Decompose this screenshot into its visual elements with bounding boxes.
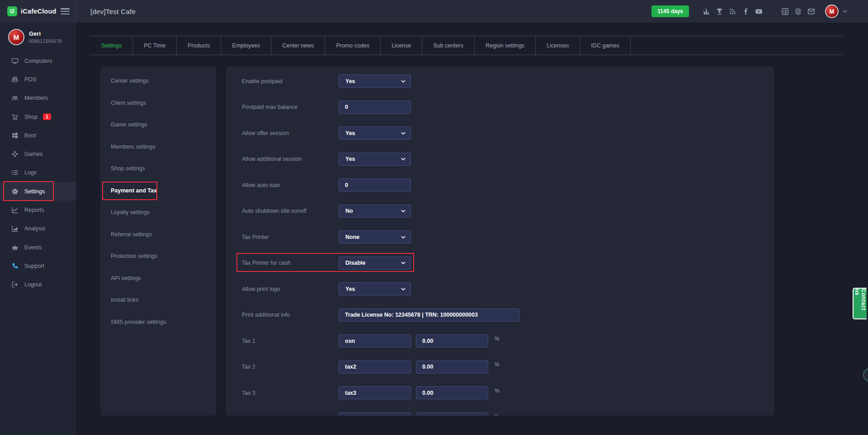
hamburger-menu-icon[interactable]	[61, 8, 70, 14]
days-remaining-badge[interactable]: 1145 days	[651, 5, 689, 17]
select-value: Yes	[345, 78, 355, 84]
icafecloud-icon[interactable]	[778, 5, 792, 17]
settings-menu-item[interactable]: SMS provider settings	[100, 311, 216, 333]
settings-menu-item[interactable]: Members settings	[100, 136, 216, 158]
rss-icon[interactable]	[726, 5, 739, 17]
settings-menu-item-label: Client settings	[111, 100, 146, 106]
select-field[interactable]: Yes	[339, 282, 411, 295]
settings-menu-item-label: Payment and Tax	[111, 187, 157, 194]
youtube-icon[interactable]	[752, 5, 765, 17]
percent-suffix: %	[495, 336, 500, 342]
chevron-down-icon	[401, 80, 406, 83]
settings-menu-item-label: Loyalty settings	[111, 209, 150, 215]
tab-bar: Settings PC Time Products Employees Cent…	[90, 36, 842, 55]
tab[interactable]: PC Time	[133, 36, 177, 55]
sidebar-item[interactable]: Events	[0, 238, 76, 257]
facebook-icon[interactable]	[739, 5, 752, 17]
sidebar: M Geri 008612345678 Computers POS Member…	[0, 23, 76, 435]
user-block[interactable]: M Geri 008612345678	[0, 23, 76, 51]
tax-rate-input[interactable]	[416, 412, 488, 416]
select-field[interactable]: No	[339, 205, 411, 218]
tax-rate-input[interactable]	[416, 360, 488, 374]
sidebar-item-label: POS	[24, 76, 36, 83]
mail-icon[interactable]	[805, 5, 818, 17]
settings-menu-item[interactable]: Protection settings	[100, 245, 216, 267]
form-row: Allow additional session Yes	[226, 146, 774, 173]
tab-label: IDC games	[591, 42, 619, 49]
settings-menu-item-label: Members settings	[111, 144, 156, 150]
select-field[interactable]: Yes	[339, 75, 411, 88]
settings-menu-item[interactable]: API settings	[100, 267, 216, 290]
sidebar-item[interactable]: Members	[0, 89, 76, 108]
tab[interactable]: Sub centers	[422, 36, 475, 55]
select-field[interactable]: Yes	[339, 126, 411, 140]
tab[interactable]: Settings	[90, 36, 133, 55]
tab[interactable]: Promo codes	[325, 36, 381, 55]
tab[interactable]: IDC games	[580, 36, 631, 55]
globe-icon[interactable]	[765, 5, 778, 17]
members-icon	[11, 94, 19, 102]
sidebar-item[interactable]: Reports	[0, 201, 76, 219]
sidebar-item[interactable]: Shop 1	[0, 108, 76, 126]
sidebar-item[interactable]: Analysis	[0, 220, 76, 238]
settings-menu-item[interactable]: Install links	[100, 289, 216, 311]
settings-menu-item[interactable]: Client settings	[100, 92, 216, 114]
tax-name-input[interactable]	[339, 386, 411, 399]
tax-rate-input[interactable]	[416, 334, 488, 347]
tab[interactable]: License	[381, 36, 422, 55]
chevron-down-icon[interactable]	[843, 10, 847, 13]
sidebar-item[interactable]: Logs	[0, 164, 76, 182]
select-field[interactable]: None	[339, 230, 411, 243]
chevron-down-icon	[401, 158, 406, 160]
text-input[interactable]	[339, 178, 411, 192]
sidebar-item[interactable]: Computers	[0, 51, 76, 70]
header-right: 1145 days M	[651, 5, 868, 18]
sidebar-item[interactable]: POS	[0, 70, 76, 89]
settings-menu-item[interactable]: Referral settings	[100, 224, 216, 246]
avatar[interactable]: M	[825, 5, 839, 18]
tax-name-input[interactable]	[339, 360, 411, 374]
tab[interactable]: Employees	[221, 36, 271, 55]
settings-menu-item[interactable]: Payment and Tax	[100, 180, 216, 202]
select-field[interactable]: Yes	[339, 153, 411, 166]
settings-menu-item-label: Install links	[111, 297, 138, 303]
user-name: Geri	[29, 30, 61, 37]
tab[interactable]: Region settings	[475, 36, 536, 55]
sidebar-item[interactable]: Settings	[0, 182, 76, 201]
layers-icon[interactable]	[792, 5, 805, 17]
select-value: No	[345, 208, 353, 214]
collapse-panel-button[interactable]	[863, 368, 868, 382]
sidebar-item-label: Settings	[24, 188, 45, 195]
logs-icon	[11, 169, 19, 177]
tax-rate-input[interactable]	[416, 386, 488, 399]
sidebar-item[interactable]: Games	[0, 145, 76, 163]
tab[interactable]: Products	[177, 36, 221, 55]
analysis-icon	[11, 225, 19, 233]
tab-label: License	[392, 42, 411, 49]
contact-us-button[interactable]: Contact us	[853, 288, 867, 319]
ranking-icon[interactable]	[700, 5, 713, 17]
text-input[interactable]	[339, 309, 519, 322]
sidebar-item[interactable]: Logout	[0, 276, 76, 294]
sidebar-item[interactable]: Boot	[0, 126, 76, 145]
tab[interactable]: Licenses	[536, 36, 580, 55]
tax-name-input[interactable]	[339, 334, 411, 347]
settings-icon	[11, 187, 19, 195]
tab-label: Center news	[282, 42, 314, 49]
trophy-icon[interactable]	[713, 5, 726, 17]
boot-icon	[11, 131, 19, 139]
settings-menu-item[interactable]: Shop settings	[100, 158, 216, 180]
text-input[interactable]	[339, 101, 411, 114]
settings-menu-item[interactable]: Center settings	[100, 70, 216, 92]
sidebar-item[interactable]: Support	[0, 257, 76, 275]
select-field[interactable]: Disable	[339, 257, 411, 270]
sidebar-item-label: Logs	[24, 169, 37, 176]
settings-menu-item-label: Shop settings	[111, 165, 145, 172]
brand[interactable]: i2 iCafeCloud	[7, 6, 57, 16]
tab[interactable]: Center news	[271, 36, 325, 55]
settings-menu-item[interactable]: Loyalty settings	[100, 201, 216, 224]
field-label: Tax 1	[226, 338, 339, 344]
settings-menu-item[interactable]: Game settings	[100, 114, 216, 136]
reports-icon	[11, 206, 19, 214]
tax-name-input[interactable]	[339, 412, 411, 416]
